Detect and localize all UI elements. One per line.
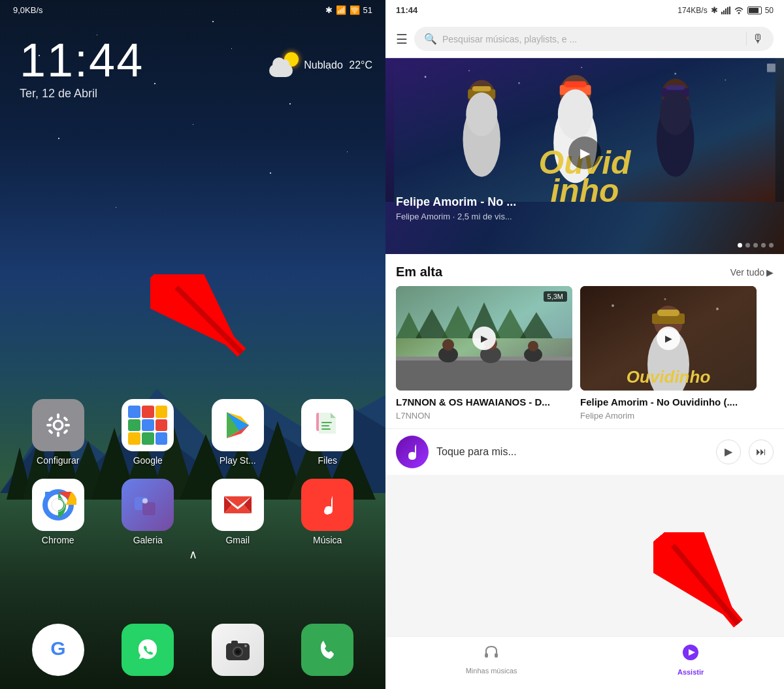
svg-marker-31 — [331, 413, 336, 418]
dock-phone[interactable] — [295, 624, 360, 676]
left-status-speed: 9,0KB/s — [13, 5, 43, 15]
hero-banner[interactable]: Ouvid inho ▶ Felipe Amorim - No ... Feli… — [385, 58, 784, 254]
svg-rect-17 — [57, 432, 59, 437]
dock-whatsapp-icon — [122, 624, 174, 676]
search-input-area[interactable]: 🔍 Pesquisar músicas, playlists, e ... 🎙 — [414, 27, 774, 51]
app-gmail[interactable]: Gmail — [205, 479, 270, 545]
cards-row: 5,3M ▶ L7NNON & OS HAWAIANOS - D... L7NN… — [385, 286, 784, 428]
right-status-bar: 11:44 174KB/s ✱ 50 — [385, 0, 784, 20]
clock-date: Ter, 12 de Abril — [20, 87, 366, 101]
np-album-art — [396, 436, 429, 468]
svg-point-58 — [244, 645, 247, 647]
svg-text:Ouvidinho: Ouvidinho — [627, 367, 711, 387]
section-title: Em alta — [396, 264, 442, 280]
svg-rect-98 — [396, 358, 572, 391]
card-thumb-2: Ouvidinho ▶ — [580, 286, 757, 391]
card-1-views: 5,3M — [544, 291, 567, 302]
app-gmail-label: Gmail — [225, 535, 250, 545]
battery-left: 51 — [363, 5, 372, 15]
bluetooth-icon: ✱ — [325, 5, 333, 15]
app-musica[interactable]: Música — [295, 479, 360, 545]
svg-rect-33 — [321, 425, 329, 426]
em-alta-section: Em alta Ver tudo ▶ — [385, 254, 784, 428]
red-arrow-2 — [653, 532, 771, 650]
bt-icon: ✱ — [711, 5, 718, 15]
weather-condition: Nublado — [304, 59, 343, 71]
app-playstore-label: Play St... — [220, 455, 256, 466]
swipe-up-icon: ∧ — [189, 548, 197, 561]
chevron-right-icon: ▶ — [766, 267, 774, 278]
app-galeria[interactable]: Galeria — [115, 479, 180, 545]
svg-rect-75 — [472, 86, 491, 91]
music-note-icon — [399, 439, 425, 465]
battery-right — [747, 7, 762, 14]
svg-rect-48 — [312, 489, 343, 521]
card-2-title: Felipe Amorim - No Ouvidinho (.... — [580, 396, 757, 409]
nav-minhas-musicas[interactable]: Minhas músicas — [466, 643, 517, 676]
search-magnifier-icon: 🔍 — [424, 33, 437, 45]
dock-row: G — [13, 624, 372, 676]
svg-rect-22 — [48, 429, 53, 434]
card-1-play[interactable]: ▶ — [472, 327, 496, 350]
hero-corner: ⬜ — [766, 63, 776, 72]
svg-rect-20 — [48, 416, 53, 421]
svg-rect-40 — [142, 502, 155, 515]
right-time: 11:44 — [396, 5, 417, 15]
app-chrome-label: Chrome — [42, 535, 74, 545]
search-placeholder: Pesquisar músicas, playlists, e ... — [442, 34, 577, 44]
dock-camera-icon — [212, 624, 264, 676]
app-files[interactable]: Files — [295, 399, 360, 466]
nav-assistir-label: Assistir — [678, 668, 704, 676]
ver-tudo-button[interactable]: Ver tudo ▶ — [730, 267, 774, 278]
app-google-label: Google — [133, 455, 163, 466]
section-header: Em alta Ver tudo ▶ — [385, 254, 784, 286]
dock-camera[interactable] — [205, 624, 270, 676]
app-chrome[interactable]: Chrome — [25, 479, 91, 545]
signal-icon: 📶 — [336, 5, 346, 15]
svg-rect-57 — [231, 641, 238, 645]
now-playing-bar[interactable]: Toque para mis... ▶ ⏭ — [385, 428, 784, 475]
dock-indicator: ∧ — [0, 547, 385, 562]
svg-point-15 — [55, 422, 61, 428]
wifi-icon: 🛜 — [350, 5, 360, 15]
wifi-icon-right — [734, 7, 744, 14]
dock: G — [0, 611, 385, 689]
mic-icon[interactable]: 🎙 — [746, 32, 764, 46]
music-card-1[interactable]: 5,3M ▶ L7NNON & OS HAWAIANOS - D... L7NN… — [396, 286, 572, 421]
google-icon — [122, 399, 174, 451]
play-button[interactable]: ▶ — [716, 440, 741, 464]
svg-point-49 — [324, 508, 331, 515]
filter-icon[interactable]: ☰ — [396, 31, 408, 47]
right-panel: 11:44 174KB/s ✱ 50 — [385, 0, 784, 689]
svg-point-56 — [236, 650, 240, 654]
svg-rect-19 — [65, 424, 70, 426]
svg-rect-80 — [564, 81, 586, 88]
nav-minhas-label: Minhas músicas — [466, 667, 517, 675]
app-configurar[interactable]: Configurar — [25, 399, 91, 466]
hero-play-button[interactable]: ▶ — [568, 136, 601, 169]
svg-point-82 — [558, 89, 593, 140]
svg-rect-16 — [57, 413, 59, 419]
dock-whatsapp[interactable] — [115, 624, 180, 676]
np-text: Toque para mis... — [436, 446, 708, 458]
svg-point-69 — [518, 82, 520, 84]
music-card-2[interactable]: Ouvidinho ▶ Felipe Amorim - No Ouvidinho… — [580, 286, 757, 421]
hero-dots — [738, 243, 774, 248]
app-playstore[interactable]: Play St... — [205, 399, 270, 466]
app-grid: Configurar Goo — [0, 399, 385, 558]
galeria-icon — [122, 479, 174, 531]
np-controls: ▶ ⏭ — [716, 440, 774, 464]
dot-2 — [745, 243, 750, 248]
svg-point-67 — [425, 76, 427, 78]
svg-point-87 — [660, 91, 691, 135]
dock-google[interactable]: G — [25, 624, 91, 676]
dot-3 — [753, 243, 758, 248]
next-button[interactable]: ⏭ — [749, 440, 774, 464]
svg-point-68 — [468, 70, 470, 71]
svg-point-72 — [725, 80, 726, 81]
app-google[interactable]: Google — [115, 399, 180, 466]
card-2-play[interactable]: ▶ — [657, 327, 680, 350]
svg-rect-116 — [485, 653, 488, 658]
dock-phone-icon — [301, 624, 353, 676]
left-status-bar: 9,0KB/s ✱ 📶 🛜 51 — [0, 0, 385, 20]
